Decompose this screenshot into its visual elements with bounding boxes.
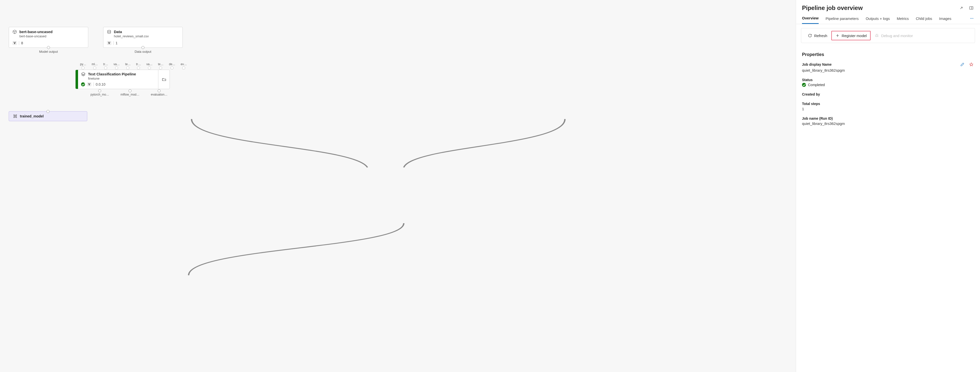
output-port-label: Model output (39, 50, 58, 54)
node-title: bert-base-uncased (19, 30, 52, 34)
input-port-label: de… (169, 62, 175, 66)
output-port[interactable] (47, 46, 50, 49)
input-port-col: py… (80, 62, 86, 69)
prop-label-run-id: Job name (Run ID) (802, 117, 974, 120)
dock-icon[interactable] (969, 5, 974, 11)
version-number: 0.0.10 (94, 82, 105, 86)
output-port-col: evaluation… (151, 89, 167, 96)
output-port[interactable] (98, 89, 101, 92)
version-number: 1 (113, 41, 118, 45)
version-number: 8 (19, 41, 23, 45)
connection-layer (0, 0, 796, 372)
input-port[interactable] (46, 110, 49, 113)
register-model-button[interactable]: Register model (831, 31, 871, 40)
output-port[interactable] (158, 89, 161, 92)
node-pipeline[interactable]: Text Classification Pipeline finetune V … (75, 70, 170, 89)
input-port-col: ml… (92, 62, 98, 69)
output-port-label: mlflow_mod… (121, 93, 140, 96)
tab-metrics[interactable]: Metrics (897, 16, 908, 24)
input-port[interactable] (104, 66, 107, 69)
tab-bar: Overview Pipeline parameters Outputs + l… (796, 13, 980, 24)
svg-point-4 (16, 117, 17, 118)
input-port[interactable] (93, 66, 96, 69)
svg-point-0 (108, 30, 111, 31)
tab-parameters[interactable]: Pipeline parameters (826, 16, 859, 24)
svg-point-2 (16, 115, 17, 116)
input-port-label: tr… (103, 62, 108, 66)
output-port-label: Data output (135, 50, 151, 54)
input-port-col: tr… (136, 62, 141, 69)
input-port-label: ev… (181, 62, 187, 66)
input-port[interactable] (81, 66, 84, 69)
properties-section: Properties Job display Name quiet_librar… (796, 47, 980, 137)
debug-label: Debug and monitor (881, 34, 913, 38)
graph-icon (13, 114, 18, 118)
folder-button[interactable] (158, 70, 170, 89)
refresh-icon (808, 34, 812, 38)
prop-label-created-by: Created by (802, 92, 974, 96)
node-trained-model[interactable]: trained_model (9, 111, 87, 121)
input-port-col: de… (169, 62, 175, 69)
version-badge: V (87, 82, 91, 86)
prop-value-display-name: quiet_library_8rs362spgm (802, 68, 974, 72)
input-port-label: py… (80, 62, 86, 66)
node-bert[interactable]: bert-base-uncased bert-base-uncased V 8 … (9, 27, 88, 48)
node-title: Data (114, 30, 149, 34)
output-port-label: evaluation… (151, 93, 167, 96)
input-port[interactable] (137, 66, 140, 69)
properties-heading: Properties (802, 52, 974, 57)
tab-outputs-logs[interactable]: Outputs + logs (865, 16, 890, 24)
version-badge: V (13, 41, 17, 45)
tab-child-jobs[interactable]: Child jobs (916, 16, 932, 24)
tab-overview[interactable]: Overview (802, 16, 819, 24)
node-title: Text Classification Pipeline (88, 72, 136, 76)
output-port[interactable] (142, 46, 145, 49)
output-ports: pytorch_mo…mlflow_mod…evaluation… (91, 89, 167, 96)
star-icon[interactable] (969, 62, 974, 67)
register-label: Register model (842, 34, 867, 38)
node-subtitle: finetune (88, 77, 136, 80)
svg-point-6 (876, 35, 878, 37)
cube-icon (13, 30, 17, 34)
input-port[interactable] (182, 66, 185, 69)
input-port-col: va… (114, 62, 120, 69)
prop-value-run-id: quiet_library_8rs362spgm (802, 121, 974, 126)
check-icon (802, 83, 806, 87)
output-port-col: pytorch_mo… (91, 89, 109, 96)
input-port-label: te… (125, 62, 130, 66)
svg-rect-5 (970, 7, 973, 10)
output-port-col: mlflow_mod… (121, 89, 140, 96)
node-subtitle: bert-base-uncased (19, 34, 52, 38)
tab-images[interactable]: Images (939, 16, 951, 24)
check-icon (81, 82, 85, 86)
prop-label-total-steps: Total steps (802, 102, 974, 106)
folder-icon (162, 77, 166, 81)
pipeline-canvas[interactable]: bert-base-uncased bert-base-uncased V 8 … (0, 0, 796, 372)
input-port-col: va… (146, 62, 153, 69)
status-stripe (76, 70, 78, 89)
input-port-label: va… (114, 62, 120, 66)
prop-label-status: Status (802, 78, 974, 82)
expand-icon[interactable] (959, 5, 964, 11)
tab-overflow-button[interactable]: ⋯ (970, 16, 974, 23)
input-port-label: va… (146, 62, 153, 66)
edit-icon[interactable] (959, 62, 965, 67)
input-port[interactable] (159, 66, 162, 69)
input-port-col: te… (125, 62, 130, 69)
input-port-label: ml… (92, 62, 98, 66)
node-data[interactable]: Data hotel_reviews_small.csv V 1 Data ou… (103, 27, 183, 48)
prop-value-total-steps: 1 (802, 107, 974, 111)
output-port[interactable] (129, 89, 132, 92)
prop-value-status: Completed (808, 83, 825, 87)
plus-icon (835, 34, 840, 38)
input-port[interactable] (170, 66, 173, 69)
input-port[interactable] (148, 66, 151, 69)
input-port[interactable] (115, 66, 118, 69)
input-port[interactable] (126, 66, 129, 69)
refresh-button[interactable]: Refresh (805, 32, 830, 39)
output-port-label: pytorch_mo… (91, 93, 109, 96)
node-subtitle: hotel_reviews_small.csv (114, 34, 149, 38)
input-ports: py…ml…tr…va…te…tr…va…te…de…ev… (80, 62, 187, 69)
layers-icon (81, 72, 86, 77)
node-title: trained_model (20, 114, 44, 118)
